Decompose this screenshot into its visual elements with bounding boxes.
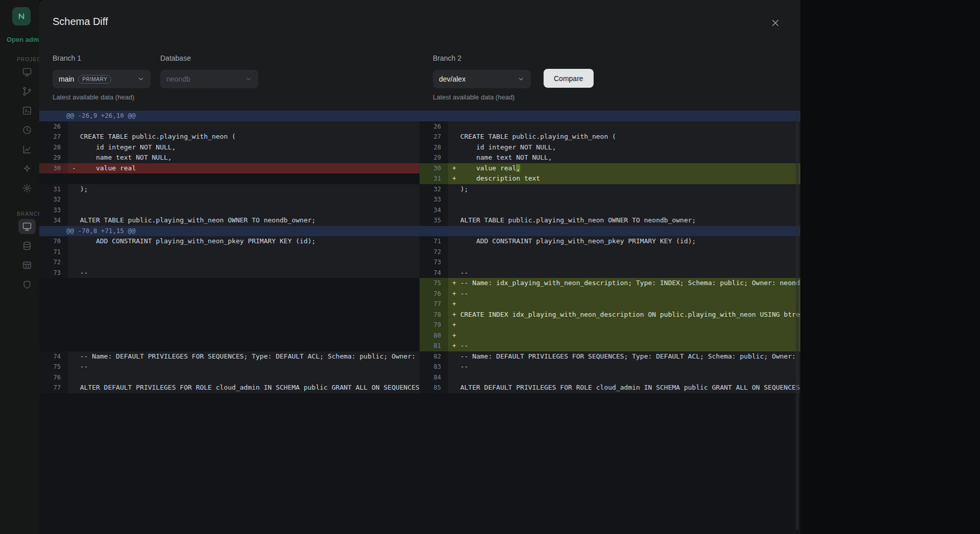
line-number: 72 bbox=[39, 257, 68, 268]
diff-row: 76+ -- bbox=[39, 289, 800, 299]
diff-row: 77 ALTER DEFAULT PRIVILEGES FOR ROLE clo… bbox=[39, 383, 800, 393]
line-number: 76 bbox=[420, 289, 448, 299]
compare-button[interactable]: Compare bbox=[544, 69, 594, 88]
gear-icon bbox=[22, 183, 32, 193]
code-line: -- bbox=[448, 268, 800, 278]
line-number bbox=[39, 320, 68, 330]
diff-row: 26 26 bbox=[39, 121, 800, 132]
line-number: 73 bbox=[39, 268, 68, 278]
code-line: -- Name: DEFAULT PRIVILEGES FOR SEQUENCE… bbox=[448, 351, 800, 362]
line-number: 34 bbox=[39, 215, 68, 226]
code-line: CREATE TABLE public.playing_with_neon ( bbox=[448, 132, 800, 142]
code-line bbox=[68, 194, 420, 205]
code-line bbox=[68, 330, 420, 341]
line-number: 80 bbox=[420, 330, 448, 341]
sidebar-heading: PROJECT bbox=[0, 57, 39, 62]
sidebar-item-branches[interactable] bbox=[0, 82, 39, 101]
line-number bbox=[39, 173, 68, 184]
sidebar-item-sql-editor[interactable] bbox=[0, 101, 39, 120]
database-select[interactable]: neondb bbox=[160, 70, 258, 88]
vertical-scrollbar[interactable] bbox=[796, 113, 799, 530]
database-label: Database bbox=[160, 54, 191, 62]
code-line: + -- bbox=[448, 289, 800, 299]
shield-icon bbox=[22, 279, 32, 290]
primary-badge: PRIMARY bbox=[78, 75, 111, 84]
sidebar-item-integrations[interactable] bbox=[0, 159, 39, 179]
line-number: 27 bbox=[420, 132, 448, 142]
sidebar-item-monitoring[interactable] bbox=[0, 140, 39, 159]
diff-row: 76 84 bbox=[39, 372, 800, 383]
line-number: 29 bbox=[420, 152, 448, 163]
sidebar-item-restore[interactable] bbox=[0, 120, 39, 140]
diff-row: 77+ bbox=[39, 299, 800, 310]
line-number bbox=[39, 299, 68, 310]
diff-row: 31 );32 ); bbox=[39, 184, 800, 195]
sidebar-item-settings[interactable] bbox=[0, 179, 39, 198]
code-line: ALTER TABLE public.playing_with_neon OWN… bbox=[68, 215, 420, 226]
chevron-down-icon bbox=[137, 75, 144, 83]
close-button[interactable] bbox=[767, 14, 784, 32]
line-number: 71 bbox=[420, 236, 448, 247]
code-line bbox=[448, 194, 800, 205]
schema-diff-view: @@ -26,9 +26,10 @@26 26 27 CREATE TABLE … bbox=[39, 111, 800, 534]
database-icon bbox=[22, 241, 32, 251]
code-line: + bbox=[448, 330, 800, 341]
sidebar-item-dashboard[interactable] bbox=[0, 62, 39, 82]
schema-diff-modal: Schema Diff Branch 1 Database Branch 2 m… bbox=[39, 0, 800, 534]
code-line: + -- Name: idx_playing_with_neon_descrip… bbox=[448, 278, 800, 289]
line-number: 77 bbox=[420, 299, 448, 310]
sidebar-heading: BRANCH bbox=[0, 211, 39, 217]
diff-row: 33 34 bbox=[39, 205, 800, 216]
sidebar-item-overview[interactable] bbox=[0, 217, 39, 236]
modal-overlay[interactable] bbox=[800, 0, 980, 534]
monitor-icon bbox=[22, 221, 32, 232]
line-number: 70 bbox=[39, 236, 68, 247]
line-number bbox=[39, 330, 68, 341]
branch2-hint: Latest available data (head) bbox=[433, 93, 514, 101]
code-line: ALTER DEFAULT PRIVILEGES FOR ROLE cloud_… bbox=[68, 383, 420, 393]
line-number: 33 bbox=[420, 194, 448, 205]
line-number: 74 bbox=[39, 351, 68, 362]
code-line bbox=[448, 247, 800, 258]
line-number: 30 bbox=[420, 163, 448, 174]
code-line: ); bbox=[68, 184, 420, 195]
diff-row: 70 ADD CONSTRAINT playing_with_neon_pkey… bbox=[39, 236, 800, 247]
diff-row: 80+ bbox=[39, 330, 800, 341]
diff-row: 34 ALTER TABLE public.playing_with_neon … bbox=[39, 215, 800, 226]
line-number: 81 bbox=[420, 341, 448, 351]
neon-logo-icon[interactable] bbox=[12, 7, 31, 26]
diff-row: 81+ -- bbox=[39, 341, 800, 351]
branch2-select[interactable]: dev/alex bbox=[433, 70, 531, 88]
code-line bbox=[68, 205, 420, 216]
line-number: 28 bbox=[39, 142, 68, 153]
code-line: id integer NOT NULL, bbox=[448, 142, 800, 153]
diff-row: 71 72 bbox=[39, 247, 800, 258]
code-line bbox=[68, 257, 420, 268]
line-number: 32 bbox=[39, 194, 68, 205]
branch1-select[interactable]: main PRIMARY bbox=[53, 70, 151, 88]
monitor-icon bbox=[22, 67, 32, 77]
code-line: name text NOT NULL, bbox=[448, 152, 800, 163]
line-number bbox=[39, 289, 68, 299]
code-line bbox=[68, 173, 420, 184]
sql-icon bbox=[22, 106, 32, 116]
code-line bbox=[68, 121, 420, 132]
database-value: neondb bbox=[166, 75, 190, 83]
line-number: 84 bbox=[420, 372, 448, 383]
code-line: ADD CONSTRAINT playing_with_neon_pkey PR… bbox=[68, 236, 420, 247]
table-icon bbox=[22, 260, 32, 270]
line-number: 29 bbox=[39, 152, 68, 163]
open-admin-link[interactable]: Open admin bbox=[7, 36, 39, 43]
hunk-header: @@ -26,9 +26,10 @@ bbox=[39, 111, 800, 121]
line-number: 26 bbox=[420, 121, 448, 132]
diff-row: 75+ -- Name: idx_playing_with_neon_descr… bbox=[39, 278, 800, 289]
code-line: -- Name: DEFAULT PRIVILEGES FOR SEQUENCE… bbox=[68, 351, 420, 362]
sidebar-item-tables[interactable] bbox=[0, 256, 39, 275]
branch1-hint: Latest available data (head) bbox=[53, 93, 134, 101]
sidebar-item-roles[interactable] bbox=[0, 275, 39, 294]
line-number: 32 bbox=[420, 184, 448, 195]
branch1-value: main bbox=[59, 75, 74, 83]
sidebar-item-databases[interactable] bbox=[0, 236, 39, 256]
diff-row: 74 -- Name: DEFAULT PRIVILEGES FOR SEQUE… bbox=[39, 351, 800, 362]
sidebar: Open admin PROJECTBRANCH bbox=[0, 0, 39, 534]
